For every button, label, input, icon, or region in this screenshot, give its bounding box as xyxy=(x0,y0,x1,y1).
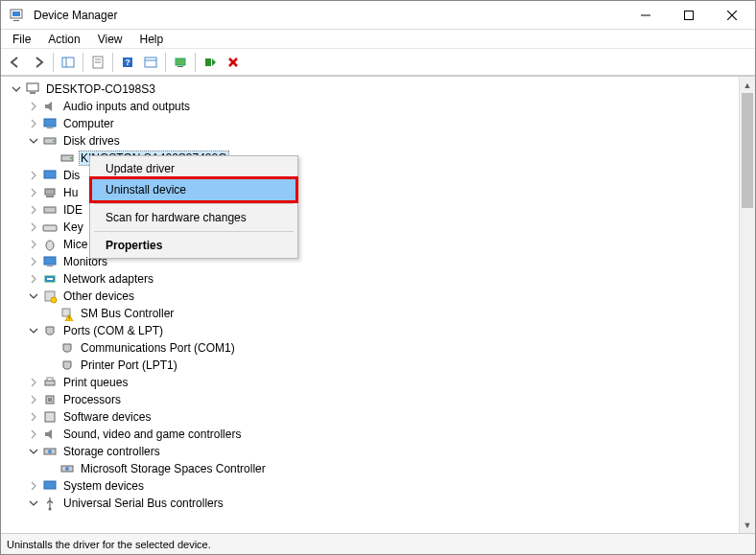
scroll-down-icon[interactable]: ▼ xyxy=(740,517,755,533)
software-icon xyxy=(42,409,58,425)
svg-rect-29 xyxy=(44,171,56,178)
maximize-button[interactable] xyxy=(667,1,710,29)
tree-print-queues[interactable]: Print queues xyxy=(3,374,737,391)
tree-usb[interactable]: Universal Serial Bus controllers xyxy=(3,495,737,512)
tree-audio[interactable]: Audio inputs and outputs xyxy=(3,98,737,115)
scroll-up-icon[interactable]: ▲ xyxy=(740,77,755,93)
expand-icon[interactable] xyxy=(26,410,40,425)
tree-label: Sound, video and game controllers xyxy=(61,428,243,441)
monitor-icon xyxy=(42,254,58,269)
close-button[interactable] xyxy=(710,1,753,29)
storage-icon xyxy=(59,461,75,476)
svg-rect-2 xyxy=(13,20,19,21)
collapse-icon[interactable] xyxy=(9,82,23,97)
window-title: Device Manager xyxy=(34,9,117,22)
expand-icon[interactable] xyxy=(26,428,40,442)
expand-icon[interactable] xyxy=(26,272,40,287)
tree-com1[interactable]: Communications Port (COM1) xyxy=(3,339,737,357)
tree-processors[interactable]: Processors xyxy=(3,391,737,408)
titlebar: Device Manager xyxy=(1,1,755,30)
show-hide-console-tree-button[interactable] xyxy=(58,52,79,73)
collapse-icon[interactable] xyxy=(26,497,40,511)
svg-rect-24 xyxy=(47,127,53,128)
collapse-icon[interactable] xyxy=(26,445,40,459)
help-button[interactable]: ? xyxy=(117,52,138,73)
collapse-icon[interactable] xyxy=(26,134,40,149)
tree-storage[interactable]: Storage controllers xyxy=(3,443,737,460)
ctx-uninstall-device[interactable]: Uninstall device xyxy=(89,176,298,203)
update-driver-button[interactable] xyxy=(170,52,191,73)
tree-label: Dis xyxy=(61,169,82,182)
svg-rect-44 xyxy=(47,378,53,381)
tree-sound[interactable]: Sound, video and game controllers xyxy=(3,426,737,443)
svg-point-53 xyxy=(49,508,52,511)
vertical-scrollbar[interactable]: ▲ ▼ xyxy=(739,77,755,533)
forward-button[interactable] xyxy=(28,52,49,73)
svg-point-49 xyxy=(48,450,52,453)
tree-label: Ports (COM & LPT) xyxy=(61,324,165,337)
expand-icon[interactable] xyxy=(26,238,40,252)
svg-point-51 xyxy=(65,467,69,471)
collapse-icon[interactable] xyxy=(26,324,40,338)
tree-label: Printer Port (LPT1) xyxy=(79,358,179,372)
menu-view[interactable]: View xyxy=(90,31,130,48)
svg-rect-35 xyxy=(44,257,56,265)
expand-icon[interactable] xyxy=(26,117,40,131)
mouse-icon xyxy=(42,237,58,252)
menu-file[interactable]: File xyxy=(5,31,38,48)
expand-icon[interactable] xyxy=(26,186,40,200)
drive-icon xyxy=(42,133,58,149)
properties-button[interactable] xyxy=(87,52,108,73)
tree-disk-drives[interactable]: Disk drives xyxy=(3,132,737,150)
tree-network[interactable]: Network adapters xyxy=(3,270,737,288)
tree-label: System devices xyxy=(61,479,146,493)
ctx-scan-hardware[interactable]: Scan for hardware changes xyxy=(92,207,295,228)
tree-label: DESKTOP-CO198S3 xyxy=(44,82,157,96)
uninstall-device-button[interactable] xyxy=(223,52,244,73)
tree-system[interactable]: System devices xyxy=(3,477,737,495)
other-icon xyxy=(42,289,58,304)
expand-icon[interactable] xyxy=(26,376,40,390)
expand-icon[interactable] xyxy=(26,255,40,269)
tree-label: Software devices xyxy=(61,410,153,424)
port-icon xyxy=(42,323,58,338)
tree-other-devices[interactable]: Other devices xyxy=(3,288,737,305)
hid-icon xyxy=(42,185,58,200)
expand-icon[interactable] xyxy=(26,393,40,407)
tree-smbus[interactable]: ! SM Bus Controller xyxy=(3,305,737,322)
collapse-icon[interactable] xyxy=(26,289,40,304)
tree-software[interactable]: Software devices xyxy=(3,408,737,426)
svg-rect-33 xyxy=(43,225,57,231)
action-button[interactable] xyxy=(140,52,161,73)
ctx-properties[interactable]: Properties xyxy=(92,235,295,256)
tree-root[interactable]: DESKTOP-CO198S3 xyxy=(3,81,737,98)
expand-icon[interactable] xyxy=(26,100,40,114)
svg-rect-47 xyxy=(45,412,55,422)
toolbar: ? xyxy=(1,49,755,76)
scrollbar-thumb[interactable] xyxy=(742,93,753,208)
tree-lpt1[interactable]: Printer Port (LPT1) xyxy=(3,357,737,374)
tree-label: Processors xyxy=(61,393,123,406)
back-button[interactable] xyxy=(5,52,26,73)
tree-label: Print queues xyxy=(61,376,130,389)
tree-msss[interactable]: Microsoft Storage Spaces Controller xyxy=(3,460,737,477)
expand-icon[interactable] xyxy=(26,220,40,235)
tree-label: Disk drives xyxy=(61,134,122,148)
tree-label: Network adapters xyxy=(61,272,155,286)
svg-point-26 xyxy=(53,140,55,142)
tree-ports[interactable]: Ports (COM & LPT) xyxy=(3,322,737,339)
svg-rect-22 xyxy=(30,92,35,94)
minimize-button[interactable] xyxy=(624,1,667,29)
tree-label: Microsoft Storage Spaces Controller xyxy=(79,462,268,475)
expand-icon[interactable] xyxy=(26,479,40,494)
expand-icon[interactable] xyxy=(26,203,40,218)
enable-device-button[interactable] xyxy=(200,52,221,73)
svg-rect-38 xyxy=(47,278,53,280)
device-tree[interactable]: DESKTOP-CO198S3 Audio inputs and outputs… xyxy=(1,77,739,533)
tree-label: SM Bus Controller xyxy=(79,307,176,320)
menu-action[interactable]: Action xyxy=(40,31,87,48)
tree-computer[interactable]: Computer xyxy=(3,115,737,132)
menu-help[interactable]: Help xyxy=(132,31,172,48)
expand-icon[interactable] xyxy=(26,169,40,183)
svg-rect-30 xyxy=(45,189,55,195)
